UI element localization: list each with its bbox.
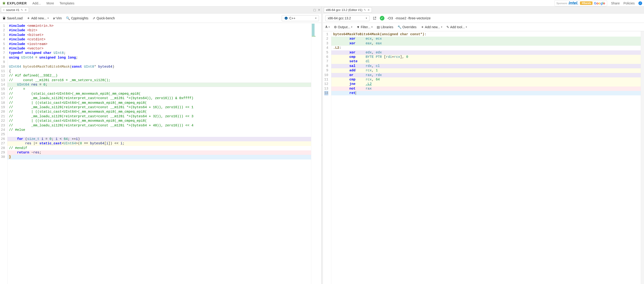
source-line[interactable]: } (8, 155, 311, 159)
save-load-button[interactable]: Save/Load (2, 16, 22, 20)
compiler-tab-label: x86-64 gcc 13.2 (Editor #1) (326, 8, 362, 12)
source-code-view[interactable]: #include <emmintrin.h>#include <bit>#inc… (8, 23, 311, 284)
chevron-down-icon: ▾ (351, 26, 352, 28)
output-button[interactable]: ⚙ Output... ▾ (334, 25, 352, 29)
asm-code-view[interactable]: bytes64MaskToBits64Mask(unsigned char co… (331, 31, 641, 284)
source-tab-label: source #1 (6, 8, 19, 12)
source-line[interactable]: // | ((static_cast<UInt64>(_mm_movemask_… (8, 101, 311, 105)
language-label: C++ (290, 16, 296, 20)
source-line[interactable]: // #endif (8, 146, 311, 150)
source-line[interactable]: UInt64 bytes64MaskToBits64Mask(const UIn… (8, 65, 311, 69)
sponsors-box[interactable]: Sponsors intel. ✦Bands Google (554, 0, 607, 6)
source-line[interactable]: return ~res; (8, 150, 311, 155)
save-icon (2, 16, 6, 20)
source-line[interactable] (8, 60, 311, 64)
source-line[interactable]: using UInt64 = unsigned long long; (8, 56, 311, 60)
font-button[interactable]: A ▾ (325, 25, 330, 29)
source-line[interactable]: typedef unsigned char UInt8; (8, 51, 311, 55)
source-line[interactable]: // #else (8, 128, 311, 132)
pencil-icon[interactable]: ✎ (21, 9, 23, 12)
source-tab[interactable]: + source #1 ✎ ✕ (1, 7, 29, 13)
popout-icon[interactable] (372, 16, 377, 21)
source-line[interactable]: { (8, 69, 311, 74)
compiler-select[interactable]: x86-64 gcc 13.2 ▾ (325, 15, 370, 21)
asm-line[interactable]: add rcx, 1 (331, 68, 641, 73)
asm-line[interactable]: cmp rcx, 64 (331, 77, 641, 82)
status-success-icon: ✓ (380, 16, 384, 21)
source-line[interactable]: #include <emmintrin.h> (8, 24, 311, 28)
asm-line[interactable]: not rax (331, 87, 641, 91)
source-line[interactable]: #include <iostream> (8, 42, 311, 46)
source-line[interactable]: // #if defined(__SSE2__) (8, 74, 311, 78)
pencil-icon[interactable]: ✎ (364, 9, 366, 12)
source-line[interactable]: res |= static_cast<UInt64>(0 == bytes64[… (8, 141, 311, 146)
wrench-icon: 🔧 (398, 25, 402, 29)
asm-line[interactable]: bytes64MaskToBits64Mask(unsigned char co… (331, 32, 641, 37)
close-icon[interactable]: ✕ (368, 9, 370, 12)
language-select[interactable]: C C++ ▾ (282, 15, 319, 21)
compiler-flags-input[interactable] (387, 16, 642, 20)
add-new-button[interactable]: ＋ Add new... ▾ (421, 25, 442, 29)
libraries-button[interactable]: ▤ Libraries (377, 25, 393, 29)
cppinsights-button[interactable]: 🔍 CppInsights (66, 16, 88, 20)
source-line[interactable]: // (static_cast<UInt64>(_mm_movemask_epi… (8, 92, 311, 96)
font-icon: A (325, 25, 328, 29)
quickbench-button[interactable]: ⇗ Quick-bench (92, 16, 115, 20)
asm-line[interactable]: ret (331, 91, 641, 95)
source-line[interactable]: // | ((static_cast<UInt64>(_mm_movemask_… (8, 110, 311, 114)
source-line[interactable]: // _mm_loadu_si128(reinterpret_cast<cons… (8, 105, 311, 110)
asm-scrollbar[interactable] (641, 31, 644, 284)
source-line[interactable]: UInt64 res = 0; (8, 83, 311, 87)
vim-button[interactable]: ѵ Vim (53, 16, 62, 20)
source-line[interactable]: #include <cstdint> (8, 37, 311, 42)
source-editor[interactable]: 1234567891011121314151617181920212223242… (0, 23, 321, 284)
source-line[interactable]: for (size_t i = 0; i < 64; ++i) (8, 137, 311, 141)
sponsor-intel-logo: intel. (568, 1, 578, 6)
vim-icon: ѵ (53, 16, 55, 20)
source-line[interactable]: #include <vector> (8, 46, 311, 51)
add-new-button[interactable]: ＋ Add new... ▾ (27, 16, 49, 20)
close-pane-icon[interactable]: ✕ (318, 8, 320, 12)
asm-line[interactable]: xor ecx, ecx (331, 37, 641, 41)
asm-line[interactable]: sete dl (331, 59, 641, 64)
top-templates[interactable]: Templates (60, 2, 74, 5)
source-line[interactable] (8, 132, 311, 137)
asm-line[interactable]: xor eax, eax (331, 41, 641, 46)
asm-editor[interactable]: 1234567891011121314 bytes64MaskToBits64M… (323, 31, 644, 284)
asm-line[interactable]: or rax, rdx (331, 73, 641, 77)
asm-line[interactable]: jne .L2 (331, 82, 641, 86)
source-minimap[interactable] (311, 23, 321, 284)
compiler-name: x86-64 gcc 13.2 (328, 16, 351, 20)
top-add[interactable]: Add... (32, 2, 41, 5)
maximize-icon[interactable]: ▢ (313, 8, 316, 12)
source-line[interactable]: #include <bit> (8, 28, 311, 33)
compiler-tab[interactable]: x86-64 gcc 13.2 (Editor #1) ✎ ✕ (324, 7, 372, 13)
compiler-tabstrip: x86-64 gcc 13.2 (Editor #1) ✎ ✕ (323, 7, 644, 14)
sponsor-google-logo: Google (594, 2, 605, 5)
close-icon[interactable]: ✕ (24, 9, 27, 12)
asm-line[interactable]: .L2: (331, 46, 641, 50)
share-link[interactable]: Share (611, 2, 620, 5)
source-line[interactable]: // | ((static_cast<UInt64>(_mm_movemask_… (8, 119, 311, 123)
policies-link[interactable]: Policies (624, 2, 635, 5)
add-tool-button[interactable]: ✎ Add tool... ▾ (446, 25, 467, 29)
source-line[interactable]: // _mm_loadu_si128(reinterpret_cast<cons… (8, 114, 311, 119)
brand-logo[interactable]: EXPLORER (2, 1, 27, 5)
book-icon: ▤ (377, 25, 380, 29)
sponsors-label: Sponsors (556, 2, 567, 5)
chevron-down-icon: ▾ (372, 26, 372, 28)
asm-line[interactable]: xor edx, edx (331, 50, 641, 55)
source-line[interactable]: #include <bitset> (8, 33, 311, 37)
source-line[interactable]: // const __m128i zero16 = _mm_setzero_si… (8, 78, 311, 83)
filter-button[interactable]: ▼ Filter... ▾ (356, 25, 372, 29)
source-line[interactable]: // _mm_loadu_si128(reinterpret_cast<cons… (8, 96, 311, 101)
source-line[interactable]: // = (8, 87, 311, 91)
chevron-down-icon: ▾ (48, 17, 49, 19)
source-tabstrip: + source #1 ✎ ✕ ▢ ✕ (0, 7, 321, 14)
overrides-button[interactable]: 🔧 Overrides (398, 25, 416, 29)
asm-line[interactable]: cmp BYTE PTR [rdi+rcx], 0 (331, 55, 641, 59)
asm-line[interactable]: sal rdx, cl (331, 64, 641, 68)
source-line[interactable]: // _mm_loadu_si128(reinterpret_cast<cons… (8, 123, 311, 128)
top-more[interactable]: More (46, 2, 54, 5)
plus-icon: ＋ (421, 25, 424, 29)
